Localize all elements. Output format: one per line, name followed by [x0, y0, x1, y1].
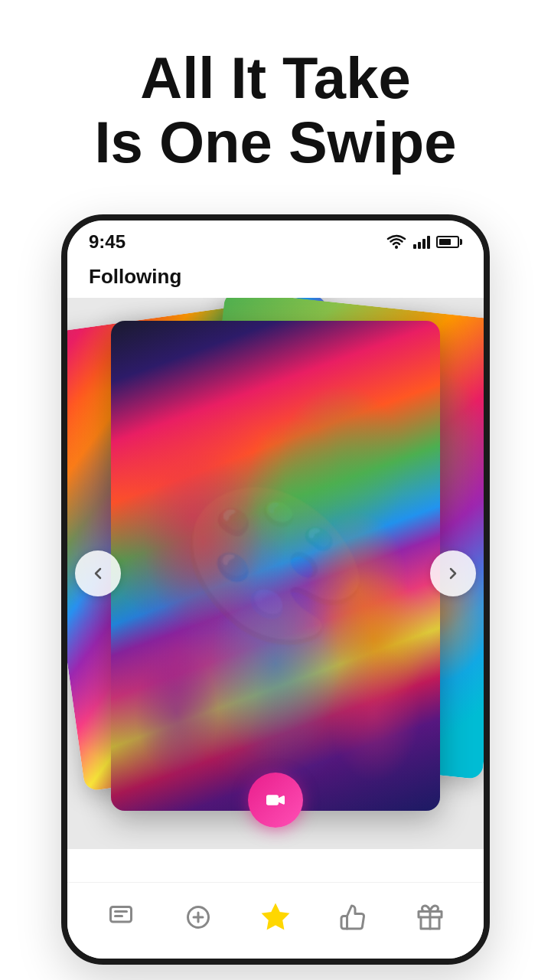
nav-star[interactable] [256, 897, 295, 937]
phone-mockup: 9:45 [61, 214, 490, 965]
messages-icon [107, 903, 135, 931]
following-title: Following [89, 265, 181, 288]
hero-line1: All It Take [140, 45, 410, 110]
battery-icon [436, 236, 462, 248]
swipe-right-button[interactable] [430, 550, 476, 596]
hero-line2: Is One Swipe [94, 109, 456, 175]
nav-messages[interactable] [101, 897, 141, 937]
add-icon [184, 903, 212, 931]
following-header: Following [67, 259, 484, 298]
star-icon [260, 902, 291, 933]
signal-icon [413, 236, 430, 249]
svg-marker-8 [262, 904, 288, 929]
svg-point-0 [395, 246, 398, 249]
swipe-left-button[interactable] [75, 550, 121, 596]
nav-like[interactable] [333, 897, 373, 937]
bottom-navigation [67, 882, 484, 959]
content-area [67, 298, 484, 849]
video-call-button[interactable] [248, 773, 303, 828]
wifi-icon [386, 234, 407, 250]
card-front[interactable] [111, 321, 440, 811]
status-bar: 9:45 [67, 220, 484, 259]
like-icon [339, 903, 367, 931]
status-icons [386, 234, 462, 250]
hero-section: All It Take Is One Swipe [0, 0, 551, 197]
status-time: 9:45 [89, 231, 126, 253]
hero-title: All It Take Is One Swipe [0, 46, 551, 174]
nav-gift[interactable] [410, 897, 450, 937]
gift-icon [416, 903, 444, 931]
svg-rect-1 [266, 795, 279, 805]
svg-rect-2 [111, 906, 132, 922]
nav-add[interactable] [178, 897, 218, 937]
